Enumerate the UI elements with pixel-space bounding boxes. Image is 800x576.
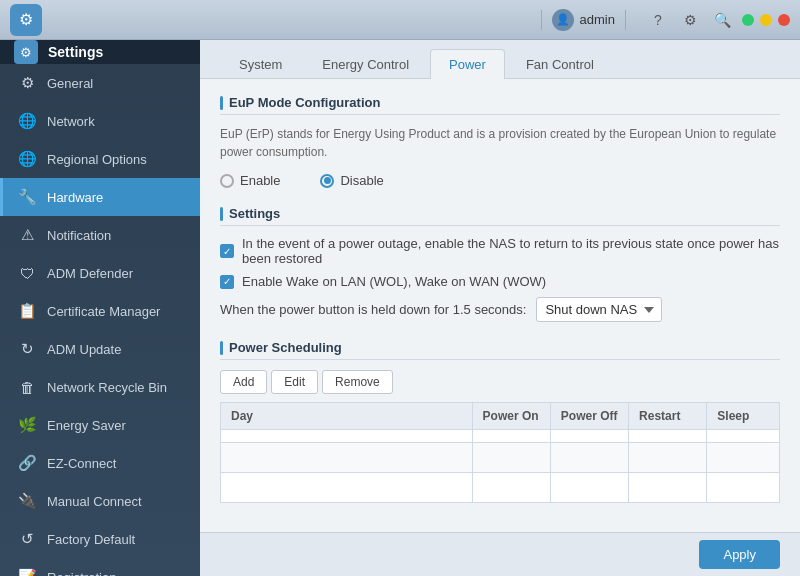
settings-icon[interactable]: ⚙ (678, 8, 702, 32)
network-icon: 🌐 (17, 111, 37, 131)
sidebar-item-factory-default[interactable]: ↺ Factory Default (0, 520, 200, 558)
sidebar-header: ⚙ Settings (0, 40, 200, 64)
sidebar-item-network-recycle-bin[interactable]: 🗑 Network Recycle Bin (0, 368, 200, 406)
regional-icon: 🌐 (17, 149, 37, 169)
eup-section: EuP Mode Configuration EuP (ErP) stands … (220, 95, 780, 188)
empty-cell-power-off-2 (550, 443, 628, 473)
empty-cell-day-2 (221, 443, 473, 473)
radio-disable[interactable]: Disable (320, 173, 383, 188)
user-info: 👤 admin (552, 9, 615, 31)
sidebar-label-network: Network (47, 114, 95, 129)
sidebar-label-adm-defender: ADM Defender (47, 266, 133, 281)
checkbox-wake-on-lan-label: Enable Wake on LAN (WOL), Wake on WAN (W… (242, 274, 546, 289)
hardware-icon: 🔧 (17, 187, 37, 207)
apply-button[interactable]: Apply (699, 540, 780, 569)
eup-radio-group: Enable Disable (220, 173, 780, 188)
energy-saver-icon: 🌿 (17, 415, 37, 435)
sidebar-item-notification[interactable]: ⚠ Notification (0, 216, 200, 254)
checkbox-power-restore-label: In the event of a power outage, enable t… (242, 236, 780, 266)
notification-icon: ⚠ (17, 225, 37, 245)
scheduling-section: Power Scheduling Add Edit Remove Day Pow… (220, 340, 780, 503)
sidebar-header-icon: ⚙ (14, 40, 38, 64)
empty-cell-power-on-3 (472, 473, 550, 503)
edit-schedule-button[interactable]: Edit (271, 370, 318, 394)
settings-section-title: Settings (220, 206, 780, 226)
radio-disable-circle (320, 174, 334, 188)
checkbox-wake-on-lan-box (220, 275, 234, 289)
power-button-select[interactable]: Shut down NAS Restart NAS Do nothing (536, 297, 662, 322)
empty-cell-power-off (550, 430, 628, 443)
adm-update-icon: ↻ (17, 339, 37, 359)
manual-connect-icon: 🔌 (17, 491, 37, 511)
tl-green (742, 14, 754, 26)
col-header-power-on: Power On (472, 403, 550, 430)
empty-cell-restart-2 (629, 443, 707, 473)
tab-energy-control[interactable]: Energy Control (303, 49, 428, 79)
radio-disable-label: Disable (340, 173, 383, 188)
checkbox-power-restore[interactable]: In the event of a power outage, enable t… (220, 236, 780, 266)
sidebar-label-regional: Regional Options (47, 152, 147, 167)
remove-schedule-button[interactable]: Remove (322, 370, 393, 394)
sidebar-item-energy-saver[interactable]: 🌿 Energy Saver (0, 406, 200, 444)
sidebar-item-manual-connect[interactable]: 🔌 Manual Connect (0, 482, 200, 520)
col-header-sleep: Sleep (707, 403, 780, 430)
sidebar-item-registration[interactable]: 📝 Registration (0, 558, 200, 576)
sidebar-item-hardware[interactable]: 🔧 Hardware (0, 178, 200, 216)
tabs-bar: System Energy Control Power Fan Control (200, 40, 800, 79)
eup-section-title: EuP Mode Configuration (220, 95, 780, 115)
top-bar: ⚙ 👤 admin ? ⚙ 🔍 (0, 0, 800, 40)
eup-description: EuP (ErP) stands for Energy Using Produc… (220, 125, 780, 161)
divider (541, 10, 542, 30)
table-empty-row (221, 430, 780, 443)
sidebar-title: Settings (48, 44, 103, 60)
sidebar-item-general[interactable]: ⚙ General (0, 64, 200, 102)
sidebar-item-ez-connect[interactable]: 🔗 EZ-Connect (0, 444, 200, 482)
settings-section: Settings In the event of a power outage,… (220, 206, 780, 322)
general-icon: ⚙ (17, 73, 37, 93)
empty-cell-sleep (707, 430, 780, 443)
adm-defender-icon: 🛡 (17, 263, 37, 283)
empty-cell-power-off-3 (550, 473, 628, 503)
radio-enable-label: Enable (240, 173, 280, 188)
empty-cell-day-3 (221, 473, 473, 503)
username: admin (580, 12, 615, 27)
sidebar-label-ez-connect: EZ-Connect (47, 456, 116, 471)
scheduling-section-title: Power Scheduling (220, 340, 780, 360)
schedule-toolbar: Add Edit Remove (220, 370, 780, 394)
search-icon[interactable]: 🔍 (710, 8, 734, 32)
sidebar-label-energy-saver: Energy Saver (47, 418, 126, 433)
schedule-table: Day Power On Power Off Restart Sleep (220, 402, 780, 503)
add-schedule-button[interactable]: Add (220, 370, 267, 394)
empty-cell-power-on-2 (472, 443, 550, 473)
divider2 (625, 10, 626, 30)
sidebar-item-adm-update[interactable]: ↻ ADM Update (0, 330, 200, 368)
checkbox-wake-on-lan[interactable]: Enable Wake on LAN (WOL), Wake on WAN (W… (220, 274, 780, 289)
help-icon[interactable]: ? (646, 8, 670, 32)
col-header-restart: Restart (629, 403, 707, 430)
certificate-icon: 📋 (17, 301, 37, 321)
empty-cell-restart-3 (629, 473, 707, 503)
sidebar-label-factory-default: Factory Default (47, 532, 135, 547)
table-empty-row-3 (221, 473, 780, 503)
empty-cell-power-on (472, 430, 550, 443)
sidebar-item-network[interactable]: 🌐 Network (0, 102, 200, 140)
tl-red (778, 14, 790, 26)
tab-fan-control[interactable]: Fan Control (507, 49, 613, 79)
table-empty-row-2 (221, 443, 780, 473)
sidebar-item-certificate-manager[interactable]: 📋 Certificate Manager (0, 292, 200, 330)
main-layout: ⚙ Settings ⚙ General 🌐 Network 🌐 Regiona… (0, 40, 800, 576)
sidebar-label-registration: Registration (47, 570, 116, 577)
tab-power[interactable]: Power (430, 49, 505, 79)
tab-system[interactable]: System (220, 49, 301, 79)
empty-cell-restart (629, 430, 707, 443)
sidebar-item-adm-defender[interactable]: 🛡 ADM Defender (0, 254, 200, 292)
sidebar-label-manual-connect: Manual Connect (47, 494, 142, 509)
power-button-label: When the power button is held down for 1… (220, 302, 526, 317)
user-avatar-icon: 👤 (552, 9, 574, 31)
tl-yellow (760, 14, 772, 26)
sidebar-label-recycle-bin: Network Recycle Bin (47, 380, 167, 395)
power-button-row: When the power button is held down for 1… (220, 297, 780, 322)
radio-enable[interactable]: Enable (220, 173, 280, 188)
col-header-day: Day (221, 403, 473, 430)
sidebar-item-regional-options[interactable]: 🌐 Regional Options (0, 140, 200, 178)
